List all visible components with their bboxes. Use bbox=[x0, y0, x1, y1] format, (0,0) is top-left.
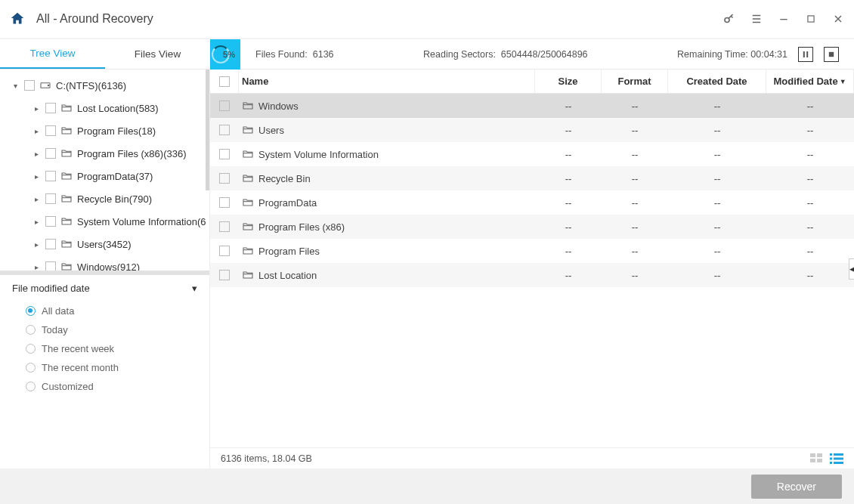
row-created: -- bbox=[668, 100, 766, 112]
svg-rect-34 bbox=[834, 453, 843, 456]
menu-icon[interactable] bbox=[750, 12, 763, 26]
stop-button[interactable] bbox=[824, 47, 839, 62]
svg-rect-35 bbox=[830, 457, 832, 459]
folder-icon bbox=[60, 193, 73, 205]
row-checkbox[interactable] bbox=[219, 270, 230, 280]
table-row[interactable]: Windows-------- bbox=[210, 94, 854, 118]
expand-preview-tab[interactable]: ◀ bbox=[849, 258, 854, 280]
recover-button[interactable]: Recover bbox=[751, 475, 842, 499]
tree-item-label: Users(3452) bbox=[77, 239, 132, 250]
column-format[interactable]: Format bbox=[602, 70, 668, 93]
chevron-down-icon[interactable]: ▾ bbox=[11, 82, 20, 90]
checkbox[interactable] bbox=[45, 261, 56, 272]
chevron-right-icon[interactable]: ▸ bbox=[32, 150, 41, 158]
chevron-right-icon[interactable]: ▸ bbox=[32, 104, 41, 113]
row-modified: -- bbox=[766, 173, 854, 184]
radio[interactable] bbox=[26, 306, 36, 316]
row-name: Lost Location bbox=[258, 270, 317, 281]
checkbox[interactable] bbox=[24, 80, 35, 91]
table-row[interactable]: Recycle Bin-------- bbox=[210, 166, 854, 190]
tree-item-label: Recycle Bin(790) bbox=[77, 193, 152, 205]
table-row[interactable]: ProgramData-------- bbox=[210, 190, 854, 215]
tree-item[interactable]: ▸Lost Location(583) bbox=[0, 97, 209, 119]
tab-tree-view[interactable]: Tree View bbox=[0, 39, 105, 69]
table-row[interactable]: Users-------- bbox=[210, 118, 854, 142]
row-checkbox[interactable] bbox=[219, 197, 230, 208]
tab-files-view[interactable]: Files View bbox=[105, 39, 210, 69]
row-modified: -- bbox=[766, 270, 854, 281]
filter-option[interactable]: All data bbox=[12, 301, 197, 320]
tree-item[interactable]: ▸Windows(912) bbox=[0, 255, 209, 275]
row-created: -- bbox=[668, 221, 766, 233]
checkbox[interactable] bbox=[45, 103, 56, 113]
maximize-icon[interactable] bbox=[804, 12, 818, 26]
tree-item[interactable]: ▸Program Files (x86)(336) bbox=[0, 142, 209, 165]
close-icon[interactable] bbox=[831, 12, 845, 26]
row-checkbox[interactable] bbox=[219, 246, 230, 256]
checkbox[interactable] bbox=[45, 148, 56, 159]
row-checkbox[interactable] bbox=[219, 100, 230, 111]
radio[interactable] bbox=[26, 382, 36, 391]
filter-panel: File modified date ▾ All dataTodayThe re… bbox=[0, 275, 209, 468]
row-format: -- bbox=[602, 246, 668, 257]
filter-header[interactable]: File modified date ▾ bbox=[12, 283, 197, 294]
table-row[interactable]: Lost Location-------- bbox=[210, 263, 854, 287]
list-view-icon[interactable] bbox=[830, 453, 843, 464]
sort-desc-icon: ▼ bbox=[840, 78, 846, 85]
key-icon[interactable] bbox=[722, 12, 736, 26]
chevron-right-icon[interactable]: ▸ bbox=[32, 172, 41, 181]
checkbox[interactable] bbox=[45, 216, 56, 227]
sidebar: ▾ C:(NTFS)(6136) ▸Lost Location(583)▸Pro… bbox=[0, 70, 210, 468]
tree-item[interactable]: ▸Program Files(18) bbox=[0, 119, 209, 142]
filter-option[interactable]: Customized bbox=[12, 377, 197, 396]
folder-icon bbox=[60, 147, 73, 159]
chevron-right-icon[interactable]: ▸ bbox=[32, 127, 41, 135]
row-format: -- bbox=[602, 221, 668, 233]
chevron-right-icon[interactable]: ▸ bbox=[32, 263, 41, 271]
chevron-right-icon[interactable]: ▸ bbox=[32, 240, 41, 249]
pause-button[interactable] bbox=[798, 47, 813, 62]
column-modified[interactable]: Modified Date▼ bbox=[766, 70, 854, 93]
home-icon[interactable] bbox=[9, 11, 26, 27]
row-checkbox[interactable] bbox=[219, 125, 230, 135]
tree-item[interactable]: ▸ProgramData(37) bbox=[0, 165, 209, 187]
select-all-checkbox[interactable] bbox=[219, 76, 230, 87]
folder-icon bbox=[242, 221, 254, 233]
filter-option[interactable]: Today bbox=[12, 320, 197, 339]
radio[interactable] bbox=[26, 344, 36, 354]
row-checkbox[interactable] bbox=[219, 149, 230, 159]
column-size[interactable]: Size bbox=[535, 70, 602, 93]
table-row[interactable]: System Volume Information-------- bbox=[210, 142, 854, 166]
svg-rect-36 bbox=[834, 457, 843, 459]
column-created[interactable]: Created Date bbox=[668, 70, 766, 93]
chevron-right-icon[interactable]: ▸ bbox=[32, 218, 41, 226]
checkbox[interactable] bbox=[45, 239, 56, 249]
column-name[interactable]: Name bbox=[239, 70, 535, 93]
checkbox[interactable] bbox=[45, 193, 56, 204]
row-size: -- bbox=[535, 246, 602, 257]
table-row[interactable]: Program Files-------- bbox=[210, 239, 854, 263]
row-modified: -- bbox=[766, 246, 854, 257]
tree-root[interactable]: ▾ C:(NTFS)(6136) bbox=[0, 74, 209, 97]
filter-option[interactable]: The recent month bbox=[12, 358, 197, 377]
tree-item[interactable]: ▸System Volume Information(6 bbox=[0, 210, 209, 233]
tree-item[interactable]: ▸Recycle Bin(790) bbox=[0, 187, 209, 210]
folder-icon bbox=[60, 238, 73, 250]
radio[interactable] bbox=[26, 325, 36, 335]
row-checkbox[interactable] bbox=[219, 221, 230, 232]
tree-item-label: ProgramData(37) bbox=[77, 171, 153, 182]
minimize-icon[interactable] bbox=[777, 12, 791, 26]
row-name: Recycle Bin bbox=[258, 173, 311, 184]
row-name: Program Files (x86) bbox=[258, 221, 345, 233]
filter-option[interactable]: The recent week bbox=[12, 339, 197, 358]
table-row[interactable]: Program Files (x86)-------- bbox=[210, 215, 854, 239]
row-checkbox[interactable] bbox=[219, 173, 230, 184]
scan-progress-badge: 5% bbox=[210, 39, 240, 70]
radio[interactable] bbox=[26, 363, 36, 373]
chevron-right-icon[interactable]: ▸ bbox=[32, 195, 41, 203]
tree-item[interactable]: ▸Users(3452) bbox=[0, 233, 209, 255]
checkbox[interactable] bbox=[45, 171, 56, 181]
checkbox[interactable] bbox=[45, 125, 56, 136]
svg-rect-30 bbox=[817, 453, 822, 457]
grid-view-icon[interactable] bbox=[810, 453, 824, 464]
